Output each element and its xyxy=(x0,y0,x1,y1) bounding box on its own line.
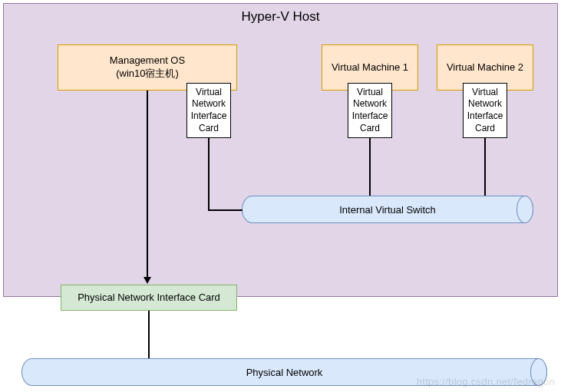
vnic-l1: Virtual xyxy=(472,87,498,99)
vnic-l3: Interface xyxy=(191,110,227,123)
conn-mgmt-to-pnic xyxy=(147,91,148,278)
physical-network-label: Physical Network xyxy=(246,367,323,378)
vnic-l1: Virtual xyxy=(196,87,222,99)
conn-vnic-mgmt-h xyxy=(208,209,243,211)
vnic-l2: Network xyxy=(192,98,226,110)
vnic-l3: Interface xyxy=(352,110,388,123)
vnic-l4: Card xyxy=(199,123,219,135)
vm1-label: Virtual Machine 1 xyxy=(332,61,408,74)
conn-vnic-mgmt-v xyxy=(208,138,210,210)
arrow-mgmt-to-pnic xyxy=(144,277,151,284)
internal-virtual-switch: Internal Virtual Switch xyxy=(242,196,533,223)
physical-nic-box: Physical Network Interface Card xyxy=(61,285,237,311)
conn-vnic-vm1 xyxy=(369,138,371,196)
conn-vnic-vm2 xyxy=(484,138,486,196)
conn-pnic-to-physnet xyxy=(148,311,150,358)
vnic-management: Virtual Network Interface Card xyxy=(186,83,231,138)
vm2-label: Virtual Machine 2 xyxy=(447,61,523,74)
vnic-vm1: Virtual Network Interface Card xyxy=(348,83,392,138)
pnic-label: Physical Network Interface Card xyxy=(78,292,220,305)
management-os-line1: Management OS xyxy=(110,54,185,68)
internal-switch-label: Internal Virtual Switch xyxy=(339,204,436,216)
management-os-line2: (win10宿主机) xyxy=(116,68,179,81)
vnic-l2: Network xyxy=(353,98,387,110)
vnic-l1: Virtual xyxy=(357,87,383,99)
vnic-l4: Card xyxy=(475,123,495,135)
vnic-l2: Network xyxy=(468,98,502,110)
vnic-l3: Interface xyxy=(467,110,503,123)
watermark: https://blog.csdn.net/fedragon xyxy=(417,376,555,387)
hyperv-host-title: Hyper-V Host xyxy=(4,8,557,25)
vnic-l4: Card xyxy=(360,123,380,135)
vnic-vm2: Virtual Network Interface Card xyxy=(463,83,507,138)
